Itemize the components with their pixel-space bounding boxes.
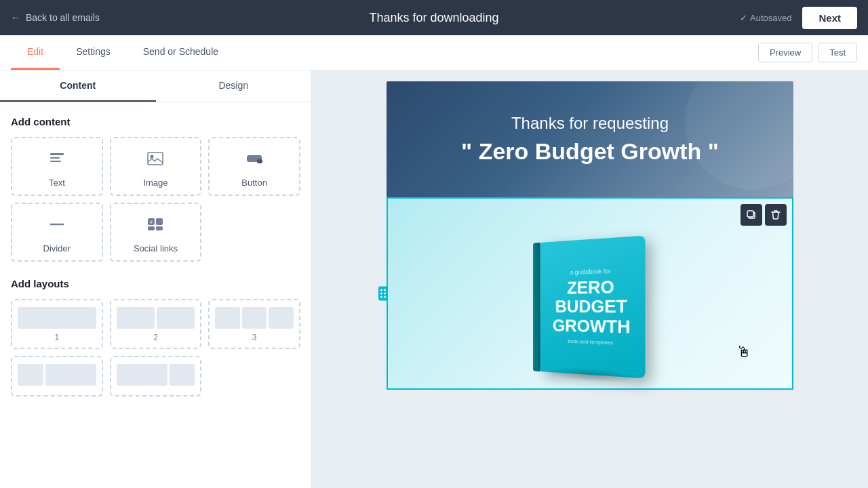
sidebar: Content Design Add content Text Image — [0, 70, 312, 488]
drag-dot — [380, 289, 382, 291]
float-actions — [741, 204, 787, 226]
social-links-icon: # — [146, 215, 165, 238]
image-icon — [146, 149, 165, 172]
second-bar: Edit Settings Send or Schedule Preview T… — [0, 35, 868, 70]
layout-col — [18, 364, 43, 386]
content-item-text-label: Text — [49, 178, 65, 188]
drag-handle[interactable] — [378, 287, 388, 301]
layout-item-3[interactable]: 3 — [208, 299, 300, 349]
svg-rect-14 — [747, 211, 753, 217]
layout-preview-5 — [117, 364, 195, 386]
layouts-grid: 1 2 3 — [11, 299, 300, 396]
svg-rect-2 — [50, 161, 61, 162]
layout-preview-2 — [117, 307, 195, 329]
layout-label-2: 2 — [153, 333, 158, 342]
autosaved-status: ✓ Autosaved — [740, 13, 791, 23]
svg-text:#: # — [150, 220, 153, 224]
content-item-button[interactable]: Button — [208, 137, 300, 196]
sidebar-tabs: Content Design — [0, 70, 311, 102]
drag-dots-row — [380, 293, 386, 295]
drag-dot — [380, 296, 382, 298]
drag-dot — [380, 293, 382, 295]
layout-item-4[interactable] — [11, 356, 103, 396]
delete-button[interactable] — [765, 204, 787, 226]
content-item-text[interactable]: Text — [11, 137, 103, 196]
tab-actions: Preview Test — [758, 43, 857, 62]
content-item-social-links[interactable]: # Social links — [110, 203, 202, 262]
email-image-section[interactable]: a guidebook for ZEROBUDGETGROWTH tools a… — [387, 197, 793, 390]
content-item-button-label: Button — [241, 178, 267, 188]
button-icon — [245, 149, 264, 172]
top-bar: ← Back to all emails Thanks for download… — [0, 0, 868, 35]
content-items-grid: Text Image Button Divider — [11, 137, 300, 262]
email-wrapper: Thanks for requesting " Zero Budget Grow… — [387, 81, 793, 390]
layout-col — [269, 307, 294, 329]
main-tabs: Edit Settings Send or Schedule — [11, 35, 235, 70]
content-item-social-links-label: Social links — [134, 243, 178, 253]
drag-dots-row — [380, 289, 386, 291]
tab-settings[interactable]: Settings — [60, 35, 127, 70]
svg-rect-9 — [156, 218, 163, 225]
drag-dot — [384, 289, 386, 291]
layout-col — [157, 307, 195, 329]
top-bar-actions: ✓ Autosaved Next — [740, 7, 857, 29]
test-button[interactable]: Test — [818, 43, 857, 62]
layout-col — [215, 307, 240, 329]
sidebar-tab-content[interactable]: Content — [0, 70, 156, 102]
tab-edit[interactable]: Edit — [11, 35, 60, 70]
book-subtitle: tools and templates — [568, 338, 613, 347]
layout-label-1: 1 — [54, 333, 59, 342]
back-label: Back to all emails — [26, 12, 100, 23]
next-button[interactable]: Next — [802, 7, 857, 29]
book-cover: a guidebook for ZEROBUDGETGROWTH tools a… — [540, 236, 646, 379]
drag-dot — [384, 296, 386, 298]
sidebar-tab-design[interactable]: Design — [156, 70, 312, 102]
book-title-main: ZEROBUDGETGROWTH — [553, 277, 631, 337]
layout-col — [18, 307, 96, 329]
divider-icon — [47, 215, 66, 238]
svg-rect-0 — [50, 153, 64, 155]
back-button[interactable]: ← Back to all emails — [11, 12, 100, 23]
layout-col — [242, 307, 267, 329]
email-canvas: Thanks for requesting " Zero Budget Grow… — [312, 70, 868, 488]
svg-point-4 — [151, 155, 154, 159]
layout-preview-1 — [18, 307, 96, 329]
layout-preview-3 — [215, 307, 294, 329]
book-container: a guidebook for ZEROBUDGETGROWTH tools a… — [515, 212, 665, 375]
content-item-divider[interactable]: Divider — [11, 203, 103, 262]
layout-label-3: 3 — [252, 333, 257, 342]
add-content-title: Add content — [11, 116, 300, 127]
back-arrow-icon: ← — [11, 12, 20, 23]
svg-rect-6 — [257, 159, 262, 163]
preview-button[interactable]: Preview — [758, 43, 812, 62]
email-banner[interactable]: Thanks for requesting " Zero Budget Grow… — [387, 81, 793, 197]
main-layout: Content Design Add content Text Image — [0, 70, 868, 488]
layout-item-1[interactable]: 1 — [11, 299, 103, 349]
duplicate-button[interactable] — [741, 204, 762, 226]
layout-item-5[interactable] — [110, 356, 202, 396]
layout-col — [170, 364, 195, 386]
content-item-image[interactable]: Image — [110, 137, 202, 196]
text-icon — [47, 149, 66, 172]
add-layouts-title: Add layouts — [11, 278, 300, 289]
autosaved-label: Autosaved — [750, 13, 791, 23]
layout-col — [45, 364, 96, 386]
content-item-image-label: Image — [143, 178, 167, 188]
svg-rect-3 — [148, 152, 163, 165]
book-spine — [533, 243, 540, 371]
check-icon: ✓ — [740, 13, 747, 23]
layout-preview-4 — [18, 364, 96, 386]
content-item-divider-label: Divider — [43, 243, 71, 253]
layout-col — [117, 364, 167, 386]
cursor-icon: 🖱 — [736, 344, 751, 361]
email-title: Thanks for downloading — [369, 11, 498, 25]
banner-line2: " Zero Budget Growth " — [414, 138, 766, 165]
svg-rect-11 — [156, 226, 163, 230]
svg-rect-10 — [148, 226, 155, 230]
tab-send-or-schedule[interactable]: Send or Schedule — [127, 35, 235, 70]
svg-rect-1 — [50, 157, 60, 159]
layout-col — [117, 307, 155, 329]
drag-dots-row — [380, 296, 386, 298]
email-image-bg: a guidebook for ZEROBUDGETGROWTH tools a… — [388, 199, 792, 388]
layout-item-2[interactable]: 2 — [110, 299, 202, 349]
